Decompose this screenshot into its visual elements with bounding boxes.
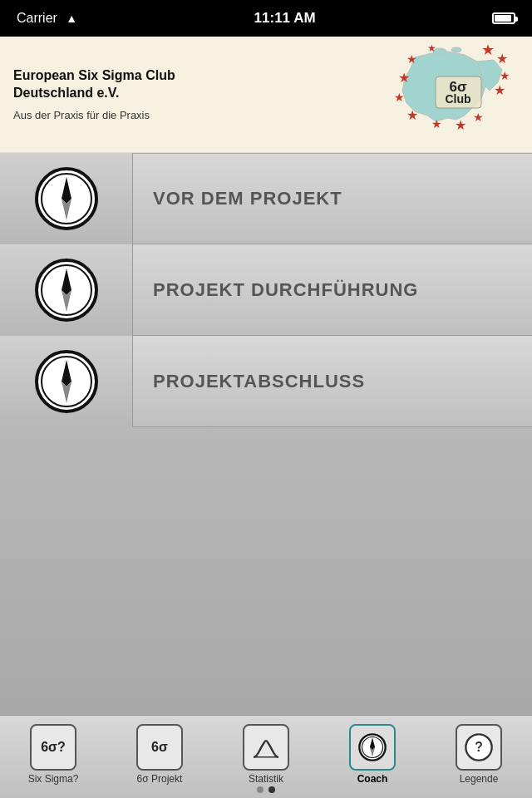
svg-point-37 [371, 746, 373, 748]
svg-text:★: ★ [500, 69, 510, 82]
tab-icon-legende: ? [456, 724, 502, 771]
app-container: European Six Sigma ClubDeutschland e.V. … [0, 37, 532, 798]
menu-icon-1 [0, 153, 133, 244]
svg-text:Club: Club [445, 92, 470, 106]
dot-2 [268, 786, 275, 793]
svg-text:★: ★ [473, 111, 484, 124]
svg-text:?: ? [475, 740, 483, 754]
header-title: European Six Sigma ClubDeutschland e.V. [13, 67, 175, 102]
carrier-text: Carrier ▲ [17, 11, 77, 26]
menu-icon-3 [0, 336, 133, 427]
tab-six-sigma[interactable]: 6σ? Six Sigma? [0, 721, 106, 785]
svg-point-26 [64, 288, 69, 293]
page-indicator [257, 786, 275, 793]
menu-item-durchfuehrung[interactable]: PROJEKT DURCHFÜHRUNG [0, 244, 532, 336]
header-subtitle: Aus der Praxis für die Praxis [13, 109, 175, 121]
main-menu: VOR DEM PROJEKT PROJEKT DURCHFÜHRUNG [0, 153, 532, 434]
tab-icon-coach [349, 724, 396, 771]
menu-label-1: VOR DEM PROJEKT [133, 188, 532, 209]
svg-text:★: ★ [394, 91, 405, 104]
svg-point-1 [451, 47, 461, 52]
svg-text:★: ★ [496, 52, 508, 66]
tab-label-six-sigma: Six Sigma? [28, 773, 79, 785]
tab-bar: 6σ? Six Sigma? 6σ 6σ Projekt Statistik [0, 715, 532, 798]
header-logo: ★ ★ ★ ★ ★ ★ ★ ★ ★ ★ ★ ★ 6σ Club [361, 45, 519, 145]
app-header: European Six Sigma ClubDeutschland e.V. … [0, 37, 532, 153]
svg-text:★: ★ [406, 52, 417, 66]
tab-coach[interactable]: Coach [319, 721, 426, 785]
tab-label-statistik: Statistik [249, 773, 283, 785]
tab-projekt[interactable]: 6σ 6σ Projekt [106, 721, 213, 785]
battery-indicator [492, 12, 515, 24]
header-text: European Six Sigma ClubDeutschland e.V. … [13, 67, 175, 121]
tab-label-legende: Legende [460, 773, 499, 785]
tab-icon-six-sigma: 6σ? [30, 724, 76, 771]
status-bar: Carrier ▲ 11:11 AM [0, 0, 532, 37]
svg-point-31 [64, 379, 69, 384]
tab-label-coach: Coach [357, 773, 388, 785]
menu-item-abschluss[interactable]: PROJEKTABSCHLUSS [0, 336, 532, 427]
content-area [0, 434, 532, 715]
dot-1 [257, 786, 264, 793]
svg-text:★: ★ [431, 117, 442, 131]
svg-point-21 [64, 196, 69, 201]
menu-label-2: PROJEKT DURCHFÜHRUNG [133, 279, 532, 301]
tab-icon-projekt: 6σ [136, 724, 183, 771]
tab-legende[interactable]: ? Legende [426, 721, 532, 785]
svg-text:★: ★ [398, 71, 410, 85]
menu-icon-2 [0, 244, 133, 336]
svg-text:★: ★ [494, 83, 505, 97]
menu-label-3: PROJEKTABSCHLUSS [133, 371, 532, 392]
tab-label-projekt: 6σ Projekt [137, 773, 183, 785]
menu-item-vor-dem-projekt[interactable]: VOR DEM PROJEKT [0, 153, 532, 244]
tab-statistik[interactable]: Statistik [213, 721, 319, 785]
svg-text:★: ★ [427, 45, 436, 54]
svg-text:★: ★ [455, 118, 466, 132]
svg-text:★: ★ [406, 108, 418, 122]
time-display: 11:11 AM [254, 10, 316, 27]
svg-text:★: ★ [481, 45, 495, 58]
tab-icon-statistik [243, 724, 289, 771]
